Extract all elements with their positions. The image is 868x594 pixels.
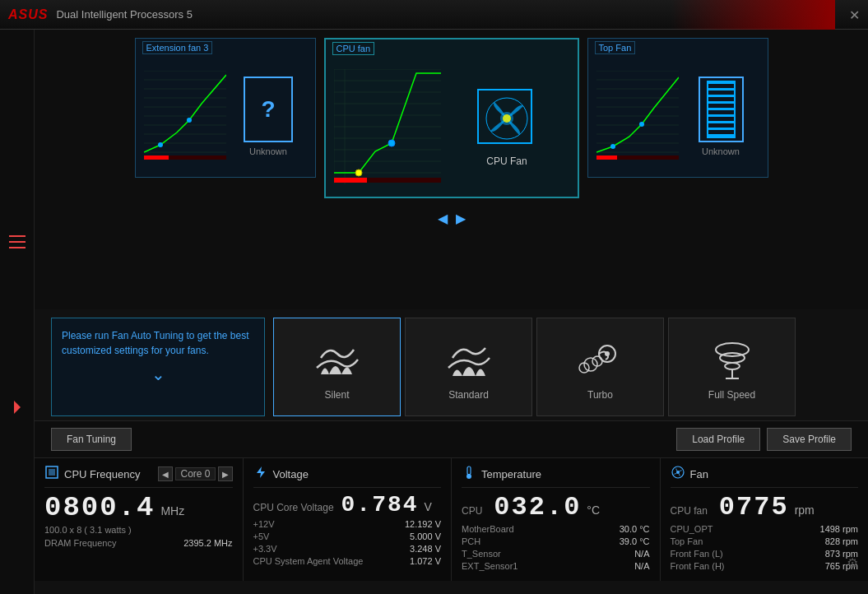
temp-icon [462, 465, 476, 483]
fan-stat-title: Fan [690, 468, 708, 480]
vsa-value: 1.072 V [410, 556, 441, 566]
svg-point-14 [187, 118, 192, 123]
front-fan-h-label: Front Fan (H) [671, 561, 725, 571]
voltage-panel: Voltage CPU Core Voltage 0.784 V +12V 12… [244, 458, 453, 581]
cpu-freq-title: CPU Frequency [64, 468, 140, 480]
vsa-label: CPU System Agent Voltage [253, 556, 364, 566]
top-fan-rpm-label: Top Fan [671, 536, 703, 546]
cpu-temp-value: 032.0 [494, 492, 581, 522]
v12-value: 12.192 V [405, 519, 441, 529]
dram-freq-label: DRAM Frequency [44, 538, 116, 548]
fan-mode-turbo[interactable]: Turbo [536, 318, 664, 416]
fan-cards-area: Extension fan 3 [35, 30, 868, 309]
fan-tuning-button[interactable]: Fan Tuning [51, 428, 132, 451]
svg-point-58 [725, 363, 740, 369]
ext-sensor-value: N/A [634, 561, 649, 571]
svg-point-30 [388, 140, 395, 146]
voltage-row-12v: +12V 12.192 V [253, 519, 442, 529]
load-profile-button[interactable]: Load Profile [676, 428, 760, 451]
ext3-unknown-box: ? [244, 77, 293, 142]
app-title: Dual Intelligent Processors 5 [56, 8, 192, 21]
svg-point-53 [584, 358, 597, 371]
tsensor-label: T_Sensor [462, 549, 501, 559]
cpu-freq-value: 0800.4 [44, 492, 155, 523]
ext3-chart [144, 71, 226, 161]
cpu-fan-icon: CPU Fan [441, 86, 573, 167]
titlebar: ASUS Dual Intelligent Processors 5 ✕ [0, 0, 868, 30]
fan-stat-icon [671, 465, 685, 483]
temp-header: Temperature [462, 465, 650, 488]
svg-marker-63 [257, 466, 265, 478]
cpu-core-value: 0.784 [341, 492, 419, 517]
close-button[interactable]: ✕ [849, 7, 860, 22]
fan-card-top[interactable]: Top Fan [587, 38, 768, 178]
save-profile-button[interactable]: Save Profile [767, 428, 852, 451]
asus-logo: ASUS [8, 7, 48, 22]
voltage-rows: +12V 12.192 V +5V 5.000 V +3.3V 3.248 V … [253, 519, 442, 566]
fullspeed-mode-icon [708, 333, 757, 383]
mb-temp-value: 30.0 °C [620, 524, 650, 534]
fan-mode-fullspeed[interactable]: Full Speed [668, 318, 796, 416]
cpu-card-content: CPU Fan [330, 60, 573, 193]
fan-cards-row: Extension fan 3 [51, 38, 852, 198]
fullspeed-mode-label: Full Speed [708, 389, 755, 401]
v3-value: 3.248 V [410, 544, 441, 554]
svg-point-48 [639, 122, 644, 127]
sidebar-arrow [14, 401, 21, 414]
svg-rect-2 [9, 247, 26, 248]
fan-tuning-arrow: ⌄ [62, 364, 254, 384]
temp-row-tsensor: T_Sensor N/A [462, 549, 650, 559]
top-fan-inner [707, 81, 736, 138]
core-next-btn[interactable]: ▶ [218, 466, 233, 481]
ext3-card-title: Extension fan 3 [142, 41, 213, 54]
svg-rect-0 [9, 235, 26, 237]
menu-toggle[interactable] [9, 235, 26, 253]
voltage-header: Voltage [253, 465, 442, 488]
ext-sensor-label: EXT_Sensor1 [462, 561, 518, 571]
stats-bar: CPU Frequency ◀ Core 0 ▶ 0800.4 MHz 100.… [35, 457, 868, 581]
ext3-fan-label: Unknown [249, 146, 287, 156]
svg-rect-32 [334, 178, 367, 183]
voltage-icon [253, 465, 268, 483]
fan-mode-silent[interactable]: Silent [273, 318, 401, 416]
top-card-content: Unknown [592, 59, 764, 173]
pch-temp-value: 39.0 °C [620, 536, 650, 546]
fan-modes-area: Please run Fan Auto Tuning to get the be… [35, 309, 868, 420]
temp-rows: MotherBoard 30.0 °C PCH 39.0 °C T_Sensor… [462, 524, 650, 571]
fan-row-top: Top Fan 828 rpm [671, 536, 859, 546]
temperature-panel: Temperature CPU 032.0 °C MotherBoard 30.… [452, 458, 661, 581]
top-fan-rpm-value: 828 rpm [825, 536, 858, 546]
cpu-opt-value: 1498 rpm [820, 524, 858, 534]
svg-point-56 [716, 343, 749, 356]
fan-card-cpu[interactable]: CPU fan [324, 38, 579, 198]
settings-gear-icon[interactable]: ⚙ [847, 555, 858, 571]
temp-row-ext: EXT_Sensor1 N/A [462, 561, 650, 571]
cpu-freq-value-row: 0800.4 MHz [44, 492, 233, 523]
cpu-fan-name-label: CPU Fan [486, 155, 527, 167]
svg-rect-62 [49, 469, 55, 476]
tsensor-value: N/A [634, 549, 649, 559]
cpu-card-title: CPU fan [332, 42, 375, 55]
core-prev-btn[interactable]: ◀ [158, 466, 173, 481]
fan-row-front-h: Front Fan (H) 765 rpm [671, 561, 859, 571]
fan-mode-standard[interactable]: Standard [405, 318, 532, 416]
svg-rect-50 [596, 155, 617, 160]
svg-point-29 [355, 169, 362, 176]
top-chart [596, 71, 679, 161]
top-fan-icon: Unknown [679, 77, 764, 156]
cpu-fan-3d-icon [474, 86, 540, 151]
fan-card-ext3[interactable]: Extension fan 3 [135, 38, 316, 178]
voltage-row-3v: +3.3V 3.248 V [253, 544, 442, 554]
cpu-temp-row: CPU 032.0 °C [462, 492, 650, 522]
top-fan-box [699, 77, 744, 142]
voltage-row-sa: CPU System Agent Voltage 1.072 V [253, 556, 442, 566]
svg-rect-64 [467, 466, 471, 475]
svg-point-13 [158, 142, 163, 147]
svg-rect-16 [144, 155, 169, 160]
fan-next-arrow[interactable]: ▶ [456, 211, 466, 226]
ext3-fan-icon: ? Unknown [226, 77, 311, 156]
fan-prev-arrow[interactable]: ◀ [438, 211, 448, 226]
cpu-temp-label: CPU [462, 505, 482, 517]
cpu-fan-rpm-row: CPU fan 0775 rpm [671, 492, 859, 522]
content-area: Extension fan 3 [35, 30, 868, 594]
